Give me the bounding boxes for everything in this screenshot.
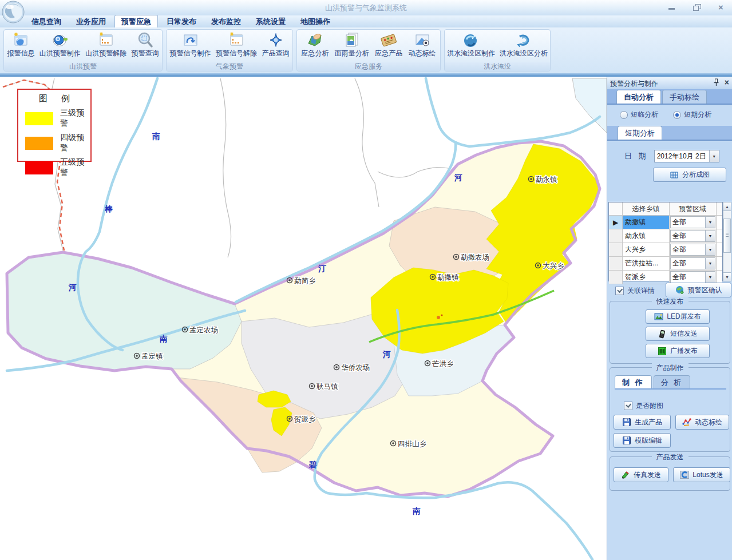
alarm-info-button[interactable]: 报警信息 xyxy=(5,31,36,59)
menu-tab-info-query[interactable]: 信息查询 xyxy=(25,15,68,27)
table-scrollbar[interactable]: ▲ ▼ xyxy=(723,202,731,281)
flood-warning-make-button[interactable]: 山洪预警制作 xyxy=(38,31,82,59)
scrollbar-thumb[interactable] xyxy=(723,219,731,253)
menu-tab-system-settings[interactable]: 系统设置 xyxy=(250,15,292,27)
chevron-down-icon[interactable]: ▼ xyxy=(705,217,715,228)
broadcast-publish-button[interactable]: 广播发布 xyxy=(646,344,710,358)
close-button[interactable]: × xyxy=(718,4,726,11)
subtab-shortterm-analysis[interactable]: 短期分析 xyxy=(618,126,662,140)
dynamic-plot-panel-button[interactable]: 动态标绘 xyxy=(675,415,729,430)
column-header-warning-region[interactable]: 预警区域 xyxy=(670,202,717,215)
template-edit-label: 模版编辑 xyxy=(635,436,662,446)
sms-send-button[interactable]: 短信发送 xyxy=(646,327,710,341)
scroll-down-icon[interactable]: ▼ xyxy=(723,272,731,281)
region-dropdown[interactable]: 全部▼ xyxy=(670,244,715,256)
window-title: 山洪预警与气象监测系统 xyxy=(0,3,732,13)
row-selector[interactable]: ▶ xyxy=(609,216,623,229)
menu-tab-business[interactable]: 业务应用 xyxy=(70,15,112,27)
chevron-down-icon[interactable]: ▼ xyxy=(705,272,715,283)
region-dropdown[interactable]: 全部▼ xyxy=(670,271,715,283)
ribbon-button-label: 应急产品 xyxy=(375,49,402,58)
warning-zone-confirm-button[interactable]: 预警区确认 xyxy=(666,283,731,297)
led-publish-button[interactable]: LED屏发布 xyxy=(646,309,710,324)
chevron-down-icon[interactable]: ▼ xyxy=(705,244,715,255)
column-header-township[interactable]: 选择乡镇 xyxy=(623,202,670,215)
flood-zone-analysis-button[interactable]: 洪水淹没区分析 xyxy=(498,31,549,59)
ribbon-button-label: 产品查询 xyxy=(262,49,290,58)
alarm-info-icon xyxy=(11,31,30,49)
detail-checkbox[interactable] xyxy=(615,287,624,295)
radio-item-nowcast[interactable]: 短临分析 xyxy=(620,110,658,120)
legend-title: 图 例 xyxy=(18,93,90,104)
flood-zone-analysis-icon xyxy=(515,31,533,49)
dynamic-plot-button[interactable]: 动态标绘 xyxy=(407,31,438,59)
rain-analysis-button[interactable]: 面雨量分析 xyxy=(333,31,371,59)
row-selector[interactable] xyxy=(609,257,623,270)
radio-shortterm-analysis[interactable] xyxy=(673,111,681,119)
pin-icon[interactable] xyxy=(714,78,719,86)
region-dropdown[interactable]: 全部▼ xyxy=(670,216,715,228)
township-cell[interactable]: 大兴乡 xyxy=(623,243,670,256)
ribbon-group-flood-inundation: 洪水淹没区制作 洪水淹没区分析 洪水淹没 xyxy=(444,29,551,72)
radio-item-shortterm[interactable]: 短期分析 xyxy=(673,110,711,120)
broadcast-publish-label: 广播发布 xyxy=(670,346,698,356)
analyze-map-button[interactable]: 分析成图 xyxy=(653,168,726,182)
tab-auto-analysis[interactable]: 自动分析 xyxy=(616,90,661,104)
fax-send-button[interactable]: 传真发送 xyxy=(614,467,668,482)
signal-make-icon xyxy=(181,31,200,49)
emergency-product-icon xyxy=(379,31,398,49)
township-cell[interactable]: 芒洪拉祜... xyxy=(623,257,670,270)
flood-zone-make-button[interactable]: 洪水淹没区制作 xyxy=(445,31,497,59)
region-dropdown[interactable]: 全部▼ xyxy=(670,230,715,242)
township-cell[interactable]: 贺派乡 xyxy=(623,271,670,284)
chevron-down-icon[interactable]: ▼ xyxy=(705,258,715,269)
sms-send-label: 短信发送 xyxy=(670,329,698,339)
radio-nowcast-analysis[interactable] xyxy=(620,111,628,119)
template-edit-button[interactable]: 模版编辑 xyxy=(614,433,671,448)
signal-remove-button[interactable]: 预警信号解除 xyxy=(214,31,259,59)
map-area: 勐永镇 勐撒农场 大兴乡 勐撒镇 勐简乡 孟定农场 孟定镇 华侨农场 芒洪乡 耿… xyxy=(0,77,607,560)
warning-query-button[interactable]: 预警查询 xyxy=(130,31,161,59)
township-cell[interactable]: 勐撒镇 xyxy=(623,216,670,229)
minimize-button[interactable] xyxy=(668,4,676,11)
row-selector[interactable] xyxy=(609,229,623,243)
emergency-analysis-button[interactable]: 应急分析 xyxy=(299,31,330,59)
signal-make-button[interactable]: 预警信号制作 xyxy=(168,31,213,59)
scroll-up-icon[interactable]: ▲ xyxy=(723,202,731,211)
map-warning-dot-small xyxy=(441,315,443,316)
menu-tab-warning-emergency[interactable]: 预警应急 xyxy=(114,15,158,27)
table-row[interactable]: 大兴乡 全部▼ xyxy=(609,243,722,257)
restore-button[interactable] xyxy=(693,4,701,11)
grid-icon xyxy=(670,170,679,180)
tab-manual-plot[interactable]: 手动标绘 xyxy=(662,90,707,104)
product-query-button[interactable]: 产品查询 xyxy=(260,31,291,59)
table-row[interactable]: ▶ 勐撒镇 全部▼ xyxy=(609,216,722,229)
tab-make[interactable]: 制 作 xyxy=(615,375,652,388)
lotus-send-button[interactable]: Lotus发送 xyxy=(673,467,730,482)
menu-tab-publish-monitor[interactable]: 发布监控 xyxy=(205,15,247,27)
township-cell[interactable]: 勐永镇 xyxy=(623,229,670,243)
menu-tab-daily-publish[interactable]: 日常发布 xyxy=(160,15,203,27)
panel-close-icon[interactable]: × xyxy=(725,78,729,86)
chevron-down-icon[interactable]: ▼ xyxy=(705,231,715,241)
svg-text:棒: 棒 xyxy=(104,204,113,213)
table-row[interactable]: 勐永镇 全部▼ xyxy=(609,229,722,243)
emergency-product-button[interactable]: 应急产品 xyxy=(373,31,404,59)
tab-analysis[interactable]: 分 析 xyxy=(654,375,691,388)
menu-tab-map-operation[interactable]: 地图操作 xyxy=(294,15,337,27)
chevron-down-icon[interactable]: ▼ xyxy=(709,150,719,162)
flood-warning-remove-button[interactable]: 山洪预警解除 xyxy=(84,31,128,59)
generate-product-button[interactable]: 生成产品 xyxy=(614,415,671,430)
legend-swatch-level4 xyxy=(25,137,53,150)
region-dropdown[interactable]: 全部▼ xyxy=(670,257,715,269)
legend-label-level3: 三级预警 xyxy=(60,108,90,129)
row-selector[interactable] xyxy=(609,243,623,256)
fax-send-label: 传真发送 xyxy=(634,470,661,480)
svg-text:孟定镇: 孟定镇 xyxy=(141,352,163,360)
detail-checkbox-row: 关联详情 xyxy=(615,286,655,296)
row-selector[interactable] xyxy=(609,271,623,284)
attach-map-checkbox[interactable] xyxy=(624,402,632,410)
ribbon-group-weather-warning: 预警信号制作 预警信号解除 xyxy=(166,29,293,72)
date-dropdown[interactable]: 2012年10月 2日 ▼ xyxy=(654,150,719,162)
table-row[interactable]: 芒洪拉祜... 全部▼ xyxy=(609,257,722,271)
